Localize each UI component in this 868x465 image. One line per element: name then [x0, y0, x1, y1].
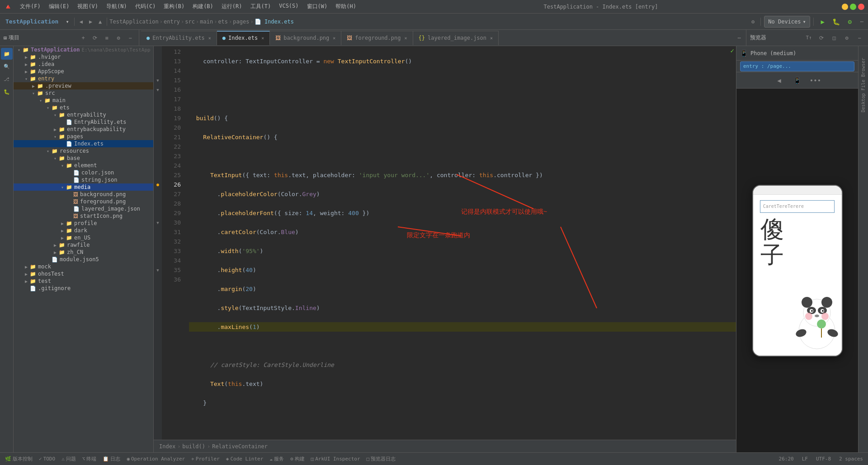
preview-font-btn[interactable]: T↑	[804, 33, 814, 43]
debug-button[interactable]: 🐛	[830, 16, 842, 28]
status-line-ending[interactable]: LF	[801, 456, 809, 462]
device-selector[interactable]: No Devices ▾	[764, 16, 810, 28]
menu-build[interactable]: 构建(B)	[189, 2, 217, 11]
gutter-30[interactable]: ▼	[155, 218, 161, 227]
tree-rawfile[interactable]: ▶ 📁 rawfile	[14, 241, 153, 249]
back-btn[interactable]: ◀	[77, 16, 85, 28]
menu-bar[interactable]: 文件(F) 编辑(E) 视图(V) 导航(N) 代码(C) 重构(B) 构建(B…	[16, 2, 360, 11]
tab-entryability[interactable]: ● EntryAbility.ets ×	[141, 31, 217, 45]
more-run-btn[interactable]: ⋯	[858, 16, 866, 28]
tree-root[interactable]: ▾ 📁 TestApplication E:\nana\Desktop\Test…	[14, 46, 153, 53]
preview-layout-btn[interactable]: ◫	[829, 33, 839, 43]
status-preview-log[interactable]: □ 预览器日志	[365, 456, 397, 462]
tree-en-us[interactable]: ▶ 📁 en_US	[14, 234, 153, 241]
tree-gitignore[interactable]: ▶ 📄 .gitignore	[14, 285, 153, 292]
status-profiler[interactable]: ✈ Profiler	[190, 456, 221, 462]
close-button[interactable]	[858, 4, 864, 10]
sidebar-close-btn[interactable]: −	[125, 33, 135, 43]
status-todo[interactable]: ✓ TODO	[38, 456, 57, 462]
preview-route-input[interactable]: entry : /page...	[740, 61, 854, 71]
tab-close-2[interactable]: ×	[333, 36, 335, 41]
tree-ohostest[interactable]: ▶ 📁 ohosTest	[14, 270, 153, 277]
tree-src[interactable]: ▾ 📁 src	[14, 89, 153, 97]
menu-tools[interactable]: 工具(T)	[247, 2, 275, 11]
menu-file[interactable]: 文件(F)	[16, 2, 44, 11]
tree-ets[interactable]: ▾ 📁 ets	[14, 104, 153, 111]
gutter-35[interactable]: ▼	[155, 265, 161, 275]
sidebar-sync-btn[interactable]: ⟳	[90, 33, 100, 43]
tree-main[interactable]: ▾ 📁 main	[14, 97, 153, 104]
project-dropdown-btn[interactable]: ▾	[63, 16, 71, 28]
tree-hvigor[interactable]: ▶ 📁 .hvigor	[14, 53, 153, 61]
tree-entry[interactable]: ▾ 📁 entry	[14, 75, 153, 82]
minimize-button[interactable]	[842, 4, 848, 10]
tree-media[interactable]: ▾ 📁 media	[14, 183, 153, 191]
gutter-15[interactable]: ▼	[155, 75, 161, 85]
tree-zh-cn[interactable]: ▶ 📁 zh_CN	[14, 249, 153, 256]
status-operation-analyzer[interactable]: ◉ Operation Analyzer	[125, 456, 186, 462]
tree-string-json[interactable]: ▶ 📄 string.json	[14, 176, 153, 183]
tab-close-3[interactable]: ×	[405, 36, 407, 41]
menu-refactor[interactable]: 重构(B)	[160, 2, 188, 11]
sidebar-collapse-btn[interactable]: ≡	[102, 33, 112, 43]
status-indent[interactable]: 2 spaces	[838, 456, 864, 462]
tree-preview[interactable]: ▶ 📁 .preview	[14, 82, 153, 89]
status-encoding[interactable]: UTF-8	[815, 456, 832, 462]
tab-index[interactable]: ● Index.ets ×	[217, 31, 270, 45]
preview-close-btn[interactable]: −	[854, 33, 864, 43]
status-problems[interactable]: ⚠ 问题	[60, 456, 77, 462]
tree-element[interactable]: ▾ 📁 element	[14, 162, 153, 169]
code-editor-content[interactable]: controller: TextInputController = new Te…	[184, 46, 736, 440]
menu-help[interactable]: 帮助(H)	[332, 2, 360, 11]
preview-prev-btn[interactable]: ◀	[773, 74, 786, 87]
status-terminal[interactable]: ⌥ 终端	[81, 456, 98, 462]
status-codelinter[interactable]: ◈ Code Linter	[225, 456, 264, 462]
right-notification-tab[interactable]: 通知	[860, 46, 867, 53]
tab-layered[interactable]: {} layered_image.json ×	[413, 31, 499, 45]
tree-profile[interactable]: ▶ 📁 profile	[14, 220, 153, 227]
tab-settings-btn[interactable]: ⋯	[734, 33, 744, 43]
tree-entryability[interactable]: ▾ 📁 entryability	[14, 111, 153, 118]
menu-window[interactable]: 窗口(W)	[303, 2, 331, 11]
forward-btn[interactable]: ▶	[86, 16, 95, 28]
gutter-16[interactable]: ▼	[155, 85, 161, 94]
tree-dark[interactable]: ▶ 📁 dark	[14, 227, 153, 234]
tree-base[interactable]: ▾ 📁 base	[14, 155, 153, 162]
run-button[interactable]: ▶	[817, 16, 829, 28]
tree-pages[interactable]: ▾ 📁 pages	[14, 133, 153, 140]
tab-foreground[interactable]: 🖼 foreground.png ×	[341, 31, 413, 45]
preview-device-switch-btn[interactable]: 📱	[791, 74, 804, 87]
tree-entryability-file[interactable]: ▶ 📄 EntryAbility.ets	[14, 118, 153, 126]
code-editor[interactable]: ▼ ▼ ● ▼	[154, 46, 736, 440]
status-arkui-inspector[interactable]: ◫ ArkUI Inspector	[310, 456, 362, 462]
status-build-item[interactable]: ⚙ 构建	[289, 456, 306, 462]
menu-code[interactable]: 代码(C)	[132, 2, 160, 11]
tree-mock[interactable]: ▶ 📁 mock	[14, 263, 153, 270]
tree-layered-json[interactable]: ▶ 📄 layered_image.json	[14, 205, 153, 212]
sidebar-settings-btn[interactable]: ⚙	[113, 33, 123, 43]
tree-background-png[interactable]: ▶ 🖼 background.png	[14, 191, 153, 198]
tree-idea[interactable]: ▶ 📁 .idea	[14, 61, 153, 68]
activity-vcs-btn[interactable]: ⎇	[1, 73, 13, 85]
settings-btn[interactable]: ⚙	[749, 16, 757, 28]
activity-project-btn[interactable]: 📁	[1, 48, 13, 60]
tree-module-json[interactable]: ▶ 📄 module.json5	[14, 256, 153, 263]
tree-color-json[interactable]: ▶ 📄 color.json	[14, 169, 153, 176]
tree-index-file[interactable]: ▶ 📄 Index.ets	[14, 140, 153, 147]
tab-close-1[interactable]: ×	[261, 36, 264, 41]
menu-edit[interactable]: 编辑(E)	[45, 2, 73, 11]
right-desktop-tab[interactable]: Desktop File Browser	[861, 54, 866, 116]
menu-nav[interactable]: 导航(N)	[103, 2, 131, 11]
tab-close-0[interactable]: ×	[208, 36, 211, 41]
menu-run[interactable]: 运行(R)	[218, 2, 246, 11]
menu-vcs[interactable]: VCS(S)	[275, 2, 302, 11]
sidebar-add-btn[interactable]: +	[78, 33, 88, 43]
preview-refresh-btn[interactable]: ⟳	[816, 33, 826, 43]
menu-view[interactable]: 视图(V)	[74, 2, 102, 11]
activity-search-btn[interactable]: 🔍	[1, 61, 13, 72]
tree-starticon-png[interactable]: ▶ 🖼 startIcon.png	[14, 212, 153, 220]
tree-resources[interactable]: ▾ 📁 resources	[14, 147, 153, 155]
status-vcs[interactable]: 🌿 版本控制	[4, 456, 34, 462]
activity-debug-btn[interactable]: 🐛	[1, 86, 13, 98]
tree-test[interactable]: ▶ 📁 test	[14, 277, 153, 285]
